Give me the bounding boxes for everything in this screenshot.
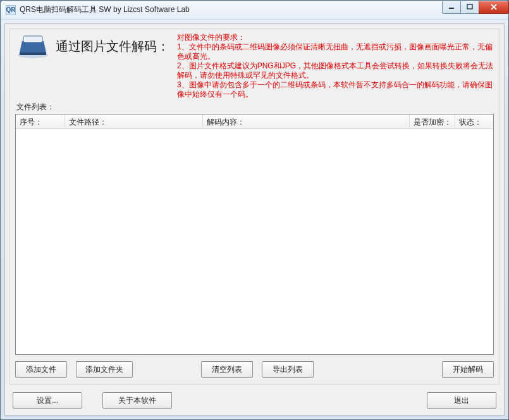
window-controls <box>443 1 509 14</box>
app-icon: QR <box>6 5 16 15</box>
maximize-button[interactable] <box>460 1 479 14</box>
svg-rect-0 <box>449 8 454 9</box>
file-list-label: 文件列表： <box>16 102 494 113</box>
req-line-1: 1、文件中的条码或二维码图像必须保证清晰无扭曲，无遮挡或污损，图像画面曝光正常，… <box>177 42 494 61</box>
client-area: 通过图片文件解码： 对图像文件的要求： 1、文件中的条码或二维码图像必须保证清晰… <box>4 23 505 416</box>
req-line-3: 3、图像中请勿包含多于一个的二维码或条码，本软件暂不支持多码合一的解码功能，请确… <box>177 80 494 99</box>
clear-list-button[interactable]: 清空列表 <box>201 361 253 378</box>
table-body[interactable] <box>16 129 493 354</box>
col-path[interactable]: 文件路径： <box>65 114 203 128</box>
col-content[interactable]: 解码内容： <box>203 114 410 128</box>
file-list-table[interactable]: 序号： 文件路径： 解码内容： 是否加密： 状态： <box>15 114 494 355</box>
minimize-button[interactable] <box>442 1 461 14</box>
settings-button[interactable]: 设置... <box>13 392 82 409</box>
exit-button[interactable]: 退出 <box>427 392 496 409</box>
window-title: QRS电脑扫码解码工具 SW by Lizcst Software Lab <box>20 4 443 15</box>
svg-rect-4 <box>25 37 41 41</box>
header-row: 通过图片文件解码： 对图像文件的要求： 1、文件中的条码或二维码图像必须保证清晰… <box>15 33 494 99</box>
list-button-row: 添加文件 添加文件夹 清空列表 导出列表 开始解码 <box>15 361 494 378</box>
add-file-button[interactable]: 添加文件 <box>15 361 67 378</box>
scanner-icon <box>15 33 51 59</box>
col-encrypted[interactable]: 是否加密： <box>410 114 455 128</box>
main-group: 通过图片文件解码： 对图像文件的要求： 1、文件中的条码或二维码图像必须保证清晰… <box>9 28 500 385</box>
about-button[interactable]: 关于本软件 <box>102 392 172 409</box>
close-button[interactable] <box>479 1 509 14</box>
col-index[interactable]: 序号： <box>16 114 65 128</box>
titlebar[interactable]: QR QRS电脑扫码解码工具 SW by Lizcst Software Lab <box>1 1 508 20</box>
export-list-button[interactable]: 导出列表 <box>262 361 314 378</box>
page-heading: 通过图片文件解码： <box>56 33 169 55</box>
requirements-text: 对图像文件的要求： 1、文件中的条码或二维码图像必须保证清晰无扭曲，无遮挡或污损… <box>175 33 494 99</box>
req-title: 对图像文件的要求： <box>177 33 494 42</box>
app-window: QR QRS电脑扫码解码工具 SW by Lizcst Software Lab <box>0 0 509 420</box>
svg-rect-1 <box>467 4 472 9</box>
col-status[interactable]: 状态： <box>455 114 493 128</box>
bottom-bar: 设置... 关于本软件 退出 <box>5 388 504 415</box>
start-decode-button[interactable]: 开始解码 <box>442 361 494 378</box>
table-header: 序号： 文件路径： 解码内容： 是否加密： 状态： <box>16 114 493 129</box>
req-line-2: 2、图片文件格式建议为PNG和JPG，其他图像格式本工具会尝试转换，如果转换失败… <box>177 61 494 80</box>
add-folder-button[interactable]: 添加文件夹 <box>76 361 133 378</box>
